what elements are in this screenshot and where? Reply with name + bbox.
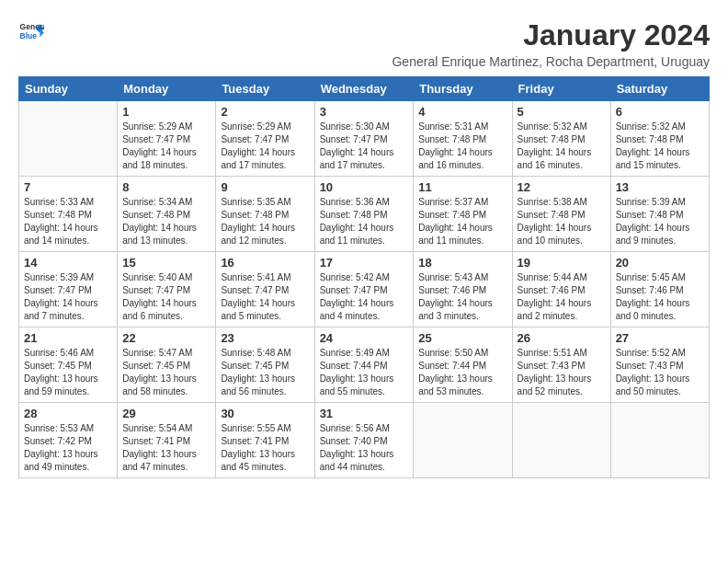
calendar-cell: 6Sunrise: 5:32 AMSunset: 7:48 PMDaylight…	[610, 101, 709, 177]
day-number: 16	[221, 256, 309, 270]
day-info: Sunrise: 5:32 AMSunset: 7:48 PMDaylight:…	[518, 121, 606, 172]
calendar-cell: 7Sunrise: 5:33 AMSunset: 7:48 PMDaylight…	[19, 177, 118, 252]
day-info: Sunrise: 5:36 AMSunset: 7:48 PMDaylight:…	[320, 196, 409, 247]
weekday-header-row: SundayMondayTuesdayWednesdayThursdayFrid…	[19, 77, 710, 101]
weekday-header-friday: Friday	[512, 77, 610, 101]
calendar-cell: 5Sunrise: 5:32 AMSunset: 7:48 PMDaylight…	[512, 101, 610, 177]
week-row-4: 21Sunrise: 5:46 AMSunset: 7:45 PMDayligh…	[19, 327, 710, 403]
calendar-cell	[610, 403, 709, 478]
weekday-header-tuesday: Tuesday	[216, 77, 314, 101]
week-row-5: 28Sunrise: 5:53 AMSunset: 7:42 PMDayligh…	[19, 403, 710, 478]
day-number: 20	[616, 256, 704, 270]
day-info: Sunrise: 5:51 AMSunset: 7:43 PMDaylight:…	[518, 347, 606, 398]
day-number: 9	[221, 180, 309, 194]
calendar-cell: 4Sunrise: 5:31 AMSunset: 7:48 PMDaylight…	[414, 101, 512, 177]
svg-text:Blue: Blue	[20, 31, 38, 40]
day-number: 31	[320, 407, 409, 420]
weekday-header-sunday: Sunday	[19, 77, 118, 101]
day-info: Sunrise: 5:44 AMSunset: 7:46 PMDaylight:…	[518, 271, 606, 323]
day-number: 10	[320, 180, 409, 194]
day-number: 23	[221, 331, 309, 345]
calendar-cell: 17Sunrise: 5:42 AMSunset: 7:47 PMDayligh…	[314, 252, 414, 327]
day-info: Sunrise: 5:33 AMSunset: 7:48 PMDaylight:…	[24, 196, 112, 247]
calendar-cell: 12Sunrise: 5:38 AMSunset: 7:48 PMDayligh…	[512, 177, 610, 252]
day-info: Sunrise: 5:53 AMSunset: 7:42 PMDaylight:…	[24, 422, 112, 474]
day-number: 11	[418, 180, 506, 194]
calendar-cell: 11Sunrise: 5:37 AMSunset: 7:48 PMDayligh…	[414, 177, 512, 252]
calendar-cell: 29Sunrise: 5:54 AMSunset: 7:41 PMDayligh…	[118, 403, 216, 478]
day-number: 29	[122, 407, 210, 420]
day-info: Sunrise: 5:56 AMSunset: 7:40 PMDaylight:…	[320, 422, 409, 474]
day-number: 27	[616, 331, 704, 345]
calendar-cell: 23Sunrise: 5:48 AMSunset: 7:45 PMDayligh…	[216, 327, 314, 403]
day-number: 21	[24, 331, 112, 345]
week-row-2: 7Sunrise: 5:33 AMSunset: 7:48 PMDaylight…	[19, 177, 710, 252]
calendar-cell: 25Sunrise: 5:50 AMSunset: 7:44 PMDayligh…	[414, 327, 512, 403]
day-number: 13	[616, 180, 704, 194]
calendar-cell: 8Sunrise: 5:34 AMSunset: 7:48 PMDaylight…	[118, 177, 216, 252]
calendar-cell: 3Sunrise: 5:30 AMSunset: 7:47 PMDaylight…	[314, 101, 414, 177]
week-row-1: 1Sunrise: 5:29 AMSunset: 7:47 PMDaylight…	[19, 101, 710, 177]
day-info: Sunrise: 5:52 AMSunset: 7:43 PMDaylight:…	[616, 347, 704, 398]
day-number: 12	[518, 180, 606, 194]
day-number: 14	[24, 256, 112, 270]
page-header: General Blue January 2024 General Enriqu…	[18, 18, 710, 69]
day-info: Sunrise: 5:35 AMSunset: 7:48 PMDaylight:…	[221, 196, 309, 247]
week-row-3: 14Sunrise: 5:39 AMSunset: 7:47 PMDayligh…	[19, 252, 710, 327]
calendar-cell: 31Sunrise: 5:56 AMSunset: 7:40 PMDayligh…	[314, 403, 414, 478]
calendar-cell: 18Sunrise: 5:43 AMSunset: 7:46 PMDayligh…	[414, 252, 512, 327]
calendar-cell: 20Sunrise: 5:45 AMSunset: 7:46 PMDayligh…	[610, 252, 709, 327]
calendar-cell: 21Sunrise: 5:46 AMSunset: 7:45 PMDayligh…	[19, 327, 118, 403]
calendar-cell: 16Sunrise: 5:41 AMSunset: 7:47 PMDayligh…	[216, 252, 314, 327]
calendar-cell: 2Sunrise: 5:29 AMSunset: 7:47 PMDaylight…	[216, 101, 314, 177]
day-info: Sunrise: 5:47 AMSunset: 7:45 PMDaylight:…	[122, 347, 210, 398]
day-info: Sunrise: 5:40 AMSunset: 7:47 PMDaylight:…	[122, 271, 210, 323]
calendar-cell	[19, 101, 118, 177]
day-number: 2	[221, 105, 309, 119]
weekday-header-saturday: Saturday	[610, 77, 709, 101]
calendar-cell: 14Sunrise: 5:39 AMSunset: 7:47 PMDayligh…	[19, 252, 118, 327]
day-info: Sunrise: 5:29 AMSunset: 7:47 PMDaylight:…	[221, 121, 309, 172]
calendar-cell	[414, 403, 512, 478]
day-info: Sunrise: 5:50 AMSunset: 7:44 PMDaylight:…	[418, 347, 506, 398]
day-number: 7	[24, 180, 112, 194]
day-info: Sunrise: 5:43 AMSunset: 7:46 PMDaylight:…	[418, 271, 506, 323]
day-number: 18	[418, 256, 506, 270]
day-info: Sunrise: 5:32 AMSunset: 7:48 PMDaylight:…	[616, 121, 704, 172]
month-title: January 2024	[392, 18, 710, 52]
calendar-cell: 1Sunrise: 5:29 AMSunset: 7:47 PMDaylight…	[118, 101, 216, 177]
day-number: 3	[320, 105, 409, 119]
day-info: Sunrise: 5:46 AMSunset: 7:45 PMDaylight:…	[24, 347, 112, 398]
day-info: Sunrise: 5:54 AMSunset: 7:41 PMDaylight:…	[122, 422, 210, 474]
day-info: Sunrise: 5:37 AMSunset: 7:48 PMDaylight:…	[418, 196, 506, 247]
day-info: Sunrise: 5:30 AMSunset: 7:47 PMDaylight:…	[320, 121, 409, 172]
day-info: Sunrise: 5:39 AMSunset: 7:48 PMDaylight:…	[616, 196, 704, 247]
calendar-cell	[512, 403, 610, 478]
day-number: 24	[320, 331, 409, 345]
title-block: January 2024 General Enrique Martinez, R…	[392, 18, 710, 69]
calendar-cell: 26Sunrise: 5:51 AMSunset: 7:43 PMDayligh…	[512, 327, 610, 403]
day-number: 22	[122, 331, 210, 345]
calendar-cell: 10Sunrise: 5:36 AMSunset: 7:48 PMDayligh…	[314, 177, 414, 252]
day-info: Sunrise: 5:41 AMSunset: 7:47 PMDaylight:…	[221, 271, 309, 323]
day-number: 28	[24, 407, 112, 420]
calendar-cell: 15Sunrise: 5:40 AMSunset: 7:47 PMDayligh…	[118, 252, 216, 327]
calendar-cell: 27Sunrise: 5:52 AMSunset: 7:43 PMDayligh…	[610, 327, 709, 403]
day-number: 30	[221, 407, 309, 420]
weekday-header-thursday: Thursday	[414, 77, 512, 101]
day-info: Sunrise: 5:49 AMSunset: 7:44 PMDaylight:…	[320, 347, 409, 398]
calendar-cell: 28Sunrise: 5:53 AMSunset: 7:42 PMDayligh…	[19, 403, 118, 478]
day-info: Sunrise: 5:38 AMSunset: 7:48 PMDaylight:…	[518, 196, 606, 247]
day-info: Sunrise: 5:55 AMSunset: 7:41 PMDaylight:…	[221, 422, 309, 474]
day-number: 19	[518, 256, 606, 270]
calendar-cell: 30Sunrise: 5:55 AMSunset: 7:41 PMDayligh…	[216, 403, 314, 478]
location-subtitle: General Enrique Martinez, Rocha Departme…	[392, 54, 710, 69]
day-info: Sunrise: 5:29 AMSunset: 7:47 PMDaylight:…	[122, 121, 210, 172]
day-info: Sunrise: 5:34 AMSunset: 7:48 PMDaylight:…	[122, 196, 210, 247]
logo: General Blue	[18, 18, 44, 44]
day-info: Sunrise: 5:48 AMSunset: 7:45 PMDaylight:…	[221, 347, 309, 398]
weekday-header-monday: Monday	[118, 77, 216, 101]
calendar-cell: 9Sunrise: 5:35 AMSunset: 7:48 PMDaylight…	[216, 177, 314, 252]
day-info: Sunrise: 5:42 AMSunset: 7:47 PMDaylight:…	[320, 271, 409, 323]
calendar-cell: 19Sunrise: 5:44 AMSunset: 7:46 PMDayligh…	[512, 252, 610, 327]
